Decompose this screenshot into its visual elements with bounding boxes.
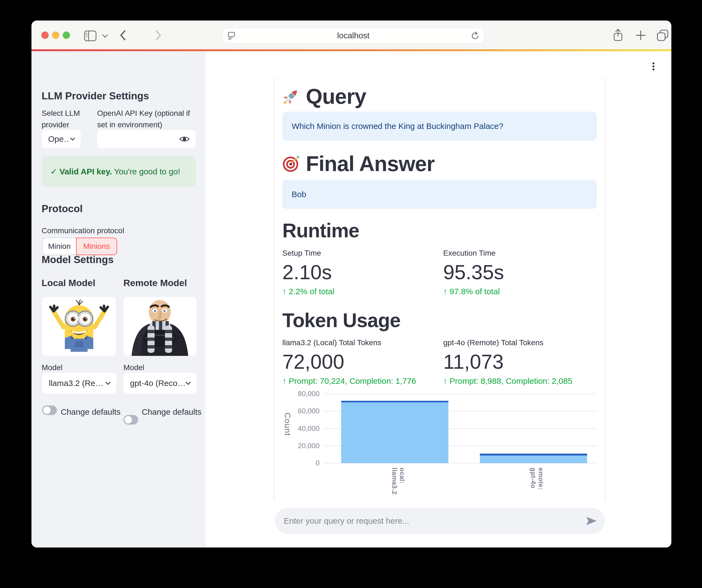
local-model-heading: Local Model <box>41 278 95 288</box>
token-metrics-row: llama3.2 (Local) Total Tokens 72,000 ↑ P… <box>282 338 597 386</box>
protocol-label: Communication protocol <box>41 225 124 236</box>
api-key-valid-bold: ✓ Valid API key. <box>50 167 112 176</box>
local-tokens-metric: llama3.2 (Local) Total Tokens 72,000 ↑ P… <box>282 338 443 386</box>
send-icon[interactable] <box>586 516 597 525</box>
minimize-window-button[interactable] <box>52 31 60 39</box>
query-title: Query <box>306 84 366 109</box>
chart-xtick: emote: gpt-4o <box>530 468 545 501</box>
remote-tokens-metric: gpt-4o (Remote) Total Tokens 11,073 ↑ Pr… <box>443 338 597 386</box>
final-answer-title: Final Answer <box>306 152 435 176</box>
model-settings-heading: Model Settings <box>41 254 114 266</box>
api-key-field-wrap <box>97 130 196 148</box>
protocol-option-minion[interactable]: Minion <box>42 237 76 255</box>
results-container: Query Which Minion is crowned the King a… <box>274 77 605 501</box>
chat-input[interactable] <box>283 516 586 526</box>
final-answer-heading: Final Answer <box>282 152 597 175</box>
local-model-select-value: llama3.2 (Re… <box>49 379 103 388</box>
remote-model-heading: Remote Model <box>123 278 187 288</box>
metric-label: Execution Time <box>443 248 597 258</box>
sidebar-toggle-icon[interactable] <box>84 30 97 41</box>
forward-button[interactable] <box>155 30 161 40</box>
toolbar-separator <box>99 29 99 41</box>
chart-gridline <box>323 394 597 394</box>
app-menu-kebab-icon[interactable] <box>653 63 655 70</box>
query-box: Which Minion is crowned the King at Buck… <box>282 112 597 141</box>
final-answer-text: Bob <box>291 190 306 199</box>
remote-model-select-value: gpt-4o (Reco… <box>130 379 186 388</box>
metric-delta: ↑ Prompt: 8,988, Completion: 2,085 <box>443 376 597 386</box>
token-usage-chart: 020,00040,00060,00080,000ocal: llama3.2e… <box>282 387 597 501</box>
metric-value: 95.35s <box>443 260 597 284</box>
reload-icon[interactable] <box>471 31 479 40</box>
chart-ytick: 20,000 <box>282 442 320 450</box>
token-usage-heading: Token Usage <box>282 309 597 331</box>
provider-select[interactable]: Ope… <box>41 130 81 148</box>
metric-label: llama3.2 (Local) Total Tokens <box>282 338 443 348</box>
api-key-valid-banner: ✓ Valid API key. You're good to go! <box>42 156 196 187</box>
provider-select-label: Select LLM provider <box>41 108 91 130</box>
setup-time-metric: Setup Time 2.10s ↑ 2.2% of total <box>282 248 443 296</box>
api-key-valid-text: You're good to go! <box>112 167 180 176</box>
metric-value: 11,073 <box>443 350 597 374</box>
remote-model-select[interactable]: gpt-4o (Reco… <box>123 373 197 394</box>
desktop: localhost <box>0 0 702 588</box>
new-tab-icon[interactable] <box>635 30 646 40</box>
decoration-bar <box>31 49 671 51</box>
chart-bar-segment <box>480 456 587 463</box>
provider-settings-heading: LLM Provider Settings <box>41 90 149 102</box>
api-key-input[interactable] <box>103 130 175 149</box>
local-change-defaults-toggle[interactable] <box>42 405 57 415</box>
zoom-window-button[interactable] <box>63 31 70 39</box>
remote-change-defaults-label: Change defaults <box>142 406 202 418</box>
chart-bar-segment <box>341 401 448 402</box>
share-icon[interactable] <box>612 28 623 41</box>
chart-bar-segment <box>480 454 587 456</box>
chat-input-bar <box>275 508 605 534</box>
query-heading: Query <box>282 85 597 108</box>
eye-icon[interactable] <box>179 136 190 142</box>
address-bar[interactable]: localhost <box>223 28 484 43</box>
metric-delta: ↑ 2.2% of total <box>282 287 443 296</box>
chevron-down-icon <box>186 382 191 385</box>
chart-bar-segment <box>341 402 448 463</box>
api-key-label: OpenAI API Key (optional if set in envir… <box>97 108 194 130</box>
chart-ytick: 0 <box>282 459 320 467</box>
chevron-down-icon <box>70 137 75 141</box>
chevron-down-icon[interactable] <box>102 34 108 38</box>
url-text: localhost <box>223 28 484 43</box>
remote-model-image <box>123 297 197 356</box>
sidebar: LLM Provider Settings Select LLM provide… <box>31 51 206 548</box>
protocol-heading: Protocol <box>41 203 83 215</box>
local-model-image <box>42 297 116 356</box>
metric-delta: ↑ 97.8% of total <box>443 287 597 296</box>
chart-ylabel: Count <box>283 412 292 436</box>
local-model-label: Model <box>41 362 63 373</box>
provider-select-value: Ope… <box>48 134 70 144</box>
runtime-metrics-row: Setup Time 2.10s ↑ 2.2% of total Executi… <box>282 248 597 296</box>
chevron-down-icon <box>105 382 111 385</box>
remote-change-defaults-toggle[interactable] <box>123 415 138 424</box>
metric-value: 72,000 <box>282 350 443 374</box>
main-content: Query Which Minion is crowned the King a… <box>206 51 671 548</box>
metric-label: gpt-4o (Remote) Total Tokens <box>443 338 597 348</box>
app-body: LLM Provider Settings Select LLM provide… <box>31 51 671 548</box>
protocol-option-minions[interactable]: Minions <box>76 237 117 255</box>
rocket-icon <box>282 88 300 105</box>
browser-toolbar: localhost <box>31 20 671 49</box>
final-answer-box: Bob <box>282 180 597 209</box>
chart-ytick: 80,000 <box>282 390 320 398</box>
metric-delta: ↑ Prompt: 70,224, Completion: 1,776 <box>282 376 443 386</box>
query-text: Which Minion is crowned the King at Buck… <box>291 121 503 131</box>
runtime-heading: Runtime <box>282 219 597 241</box>
close-window-button[interactable] <box>41 31 49 39</box>
remote-model-label: Model <box>123 362 144 373</box>
browser-window: localhost <box>31 20 671 548</box>
local-change-defaults-label: Change defaults <box>61 406 121 418</box>
tab-overview-icon[interactable] <box>656 29 669 41</box>
protocol-segmented-control: Minion Minions <box>42 237 117 255</box>
metric-value: 2.10s <box>282 260 443 284</box>
local-model-select[interactable]: llama3.2 (Re… <box>42 373 116 394</box>
metric-label: Setup Time <box>282 248 443 258</box>
back-button[interactable] <box>120 30 126 40</box>
execution-time-metric: Execution Time 95.35s ↑ 97.8% of total <box>443 248 597 296</box>
